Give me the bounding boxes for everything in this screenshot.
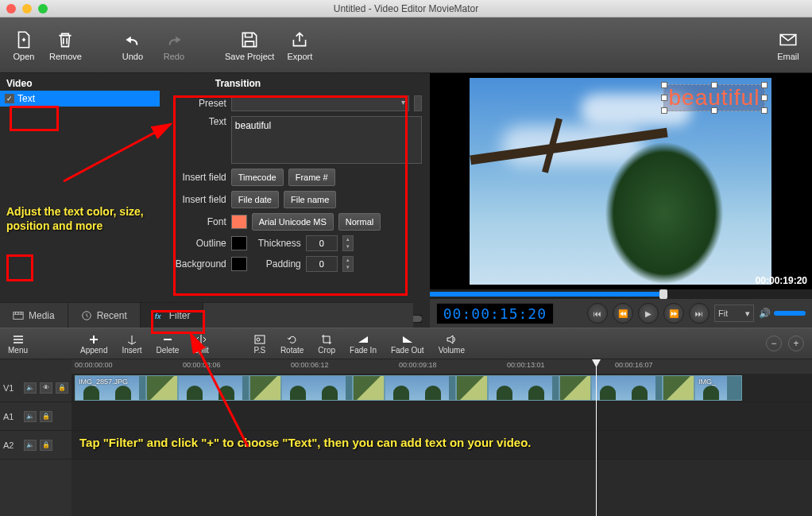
open-button[interactable]: Open	[8, 29, 40, 61]
tab-media[interactable]: Media	[0, 303, 68, 328]
preview-text-overlay[interactable]: beautiful	[663, 84, 766, 111]
transition-clip[interactable]	[456, 375, 488, 401]
track-header-v1[interactable]: V1 🔈 👁 🔒	[0, 374, 72, 402]
clip[interactable]	[281, 375, 353, 401]
checkbox-icon[interactable]: ✓	[5, 94, 14, 103]
frame-number-button[interactable]: Frame #	[288, 169, 335, 186]
rotate-icon	[286, 333, 299, 346]
append-button[interactable]: Append	[80, 333, 107, 355]
preset-select[interactable]	[231, 95, 409, 111]
padding-spinner[interactable]: ▲▼	[342, 256, 354, 272]
zoom-fit-select[interactable]: Fit	[714, 305, 754, 322]
mute-audio-icon[interactable]: 🔈	[24, 411, 37, 422]
clip[interactable]	[488, 375, 559, 401]
play-button[interactable]: ▶	[638, 303, 659, 324]
svg-text:fx: fx	[154, 312, 161, 320]
font-label: Font	[168, 216, 226, 227]
outline-label: Outline	[168, 238, 226, 249]
crop-icon	[320, 333, 333, 346]
clip[interactable]: IMG_2857.JPG	[75, 375, 146, 401]
lock-icon[interactable]: 🔒	[40, 411, 52, 422]
file-name-button[interactable]: File name	[284, 191, 336, 208]
volume-icon[interactable]: 🔊	[759, 308, 771, 319]
timecode-button[interactable]: Timecode	[231, 169, 284, 186]
crop-button[interactable]: Crop	[318, 333, 335, 355]
insert-button[interactable]: Insert	[122, 333, 142, 355]
text-input[interactable]	[231, 116, 422, 164]
clip[interactable]	[385, 375, 456, 401]
media-icon	[13, 310, 24, 321]
rewind-button[interactable]: ⏪	[613, 303, 633, 324]
audio-track-a1[interactable]	[72, 402, 812, 431]
eye-icon[interactable]: 👁	[40, 382, 52, 394]
preview-canvas[interactable]: beautiful	[430, 73, 812, 289]
padding-label: Padding	[252, 258, 301, 270]
titlebar: Untitled - Video Editor MovieMator	[0, 0, 812, 17]
tab-filter[interactable]: fx Filter	[141, 303, 204, 328]
fast-forward-button[interactable]: ⏩	[663, 303, 684, 324]
font-color-swatch[interactable]	[231, 215, 247, 229]
svg-line-6	[191, 334, 248, 447]
preview-controls: 00:00:15:20 ⏮ ⏪ ▶ ⏩ ⏭ Fit 🔊	[430, 299, 812, 328]
transition-clip[interactable]	[663, 375, 694, 401]
undo-button[interactable]: Undo	[117, 29, 149, 61]
preview-scrub-bar[interactable]: 00:00:19:20	[430, 289, 812, 299]
background-color-swatch[interactable]	[231, 257, 247, 271]
zoom-out-button[interactable]: −	[766, 336, 782, 351]
position-timecode[interactable]: 00:00:15:20	[436, 303, 554, 324]
clip[interactable]: IMG_	[694, 375, 742, 401]
preset-save-button[interactable]	[414, 95, 422, 111]
lock-icon[interactable]: 🔒	[56, 382, 68, 394]
transition-clip[interactable]	[146, 375, 178, 401]
font-style-button[interactable]: Normal	[338, 213, 381, 231]
timeline-ruler[interactable]: 00:00:00:00 00:00:03:06 00:00:06:12 00:0…	[72, 359, 812, 374]
thickness-input[interactable]	[306, 235, 338, 251]
email-button[interactable]: Email	[772, 29, 804, 61]
padding-input[interactable]	[306, 256, 338, 272]
timeline-menu-button[interactable]: Menu	[8, 333, 28, 355]
save-project-button[interactable]: Save Project	[225, 29, 274, 61]
track-header-a1[interactable]: A1 🔈 🔒	[0, 402, 72, 431]
filter-list-header: Video	[0, 73, 160, 91]
fade-in-button[interactable]: Fade In	[350, 333, 377, 355]
font-family-button[interactable]: Arial Unicode MS	[252, 213, 334, 231]
zoom-window-button[interactable]	[38, 4, 48, 14]
close-window-button[interactable]	[6, 4, 16, 14]
rotate-button[interactable]: Rotate	[280, 333, 304, 355]
fade-out-button[interactable]: Fade Out	[391, 333, 424, 355]
thickness-spinner[interactable]: ▲▼	[342, 235, 354, 251]
minimize-window-button[interactable]	[22, 4, 32, 14]
clip[interactable]	[591, 375, 663, 401]
mute-video-icon[interactable]: 🔈	[24, 382, 37, 394]
redo-icon	[164, 29, 184, 50]
skip-next-button[interactable]: ⏭	[689, 303, 710, 324]
delete-button[interactable]: Delete	[157, 333, 180, 355]
volume-slider[interactable]	[774, 311, 806, 316]
file-date-button[interactable]: File date	[231, 191, 279, 208]
export-icon	[289, 29, 310, 50]
tab-recent[interactable]: Recent	[68, 303, 141, 328]
email-icon	[778, 29, 798, 50]
export-button[interactable]: Export	[284, 29, 315, 61]
volume-button[interactable]: Volume	[439, 333, 465, 355]
playhead[interactable]	[596, 359, 597, 516]
track-header-a2[interactable]: A2 🔈 🔒	[0, 431, 72, 460]
save-icon	[239, 29, 260, 50]
annotation-left: Adjust the text color, size, position an…	[6, 204, 165, 233]
zoom-in-button[interactable]: +	[788, 336, 804, 351]
mute-audio-icon[interactable]: 🔈	[24, 440, 37, 451]
remove-button[interactable]: Remove	[49, 29, 82, 61]
main-toolbar: Open Remove Undo Redo Save Project Expor…	[0, 17, 812, 73]
filter-item-text[interactable]: ✓ Text	[0, 91, 160, 107]
hamburger-icon	[12, 333, 25, 346]
fx-icon: fx	[153, 310, 164, 321]
transition-clip[interactable]	[353, 375, 385, 401]
lock-icon[interactable]: 🔒	[40, 440, 52, 451]
skip-previous-button[interactable]: ⏮	[587, 303, 608, 324]
transition-clip[interactable]	[559, 375, 591, 401]
fadeout-icon	[401, 333, 414, 346]
video-track-v1[interactable]: IMG_2857.JPG IMG_	[72, 374, 812, 402]
outline-color-swatch[interactable]	[231, 236, 247, 250]
preview-panel: beautiful 00:00:19:20 00:00:15:20 ⏮ ⏪ ▶	[430, 73, 812, 328]
redo-button[interactable]: Redo	[158, 29, 190, 61]
